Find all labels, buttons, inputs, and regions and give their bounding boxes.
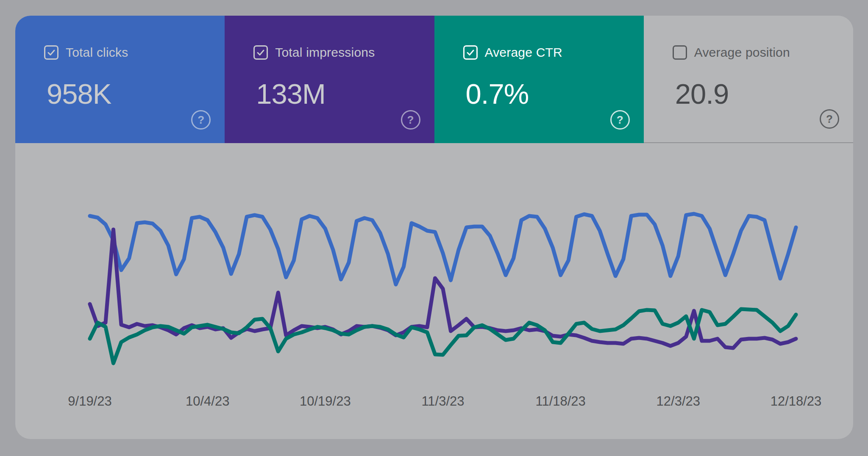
performance-report: Total clicks 958K ? Total impressions 13…: [0, 0, 868, 456]
help-icon[interactable]: ?: [820, 109, 839, 129]
total-clicks-checkbox[interactable]: [44, 45, 58, 60]
metric-value: 0.7%: [466, 77, 529, 110]
chart-lines-canvas: [15, 143, 853, 439]
checkmark-icon: [256, 47, 266, 58]
average-ctr-checkbox[interactable]: [463, 45, 478, 60]
metric-label: Total clicks: [66, 45, 128, 60]
metric-value: 133M: [256, 77, 326, 110]
metric-value: 958K: [47, 77, 111, 110]
help-icon[interactable]: ?: [610, 110, 630, 130]
metric-cards-row: Total clicks 958K ? Total impressions 13…: [15, 16, 853, 143]
card-header: Average position: [673, 45, 790, 60]
card-header: Average CTR: [463, 45, 562, 60]
timeseries-chart: 9/19/2310/4/2310/19/2311/3/2311/18/2312/…: [15, 143, 853, 439]
metric-label: Average position: [694, 45, 790, 60]
metric-card-total-clicks[interactable]: Total clicks 958K ?: [15, 16, 225, 143]
performance-chart-panel: Total clicks 958K ? Total impressions 13…: [15, 16, 853, 439]
metric-value: 20.9: [675, 77, 729, 110]
metric-label: Average CTR: [485, 45, 562, 60]
total-impressions-checkbox[interactable]: [253, 45, 268, 60]
card-header: Total clicks: [44, 45, 128, 60]
metric-card-average-ctr[interactable]: Average CTR 0.7% ?: [434, 16, 644, 143]
help-icon[interactable]: ?: [191, 110, 211, 130]
checkmark-icon: [46, 47, 56, 58]
metric-card-total-impressions[interactable]: Total impressions 133M ?: [225, 16, 434, 143]
card-header: Total impressions: [253, 45, 375, 60]
metric-card-average-position[interactable]: Average position 20.9 ?: [644, 16, 853, 143]
checkmark-icon: [465, 47, 476, 58]
metric-label: Total impressions: [275, 45, 375, 60]
help-icon[interactable]: ?: [401, 110, 420, 130]
line-series-total-clicks: [90, 214, 796, 285]
average-position-checkbox[interactable]: [673, 45, 687, 60]
